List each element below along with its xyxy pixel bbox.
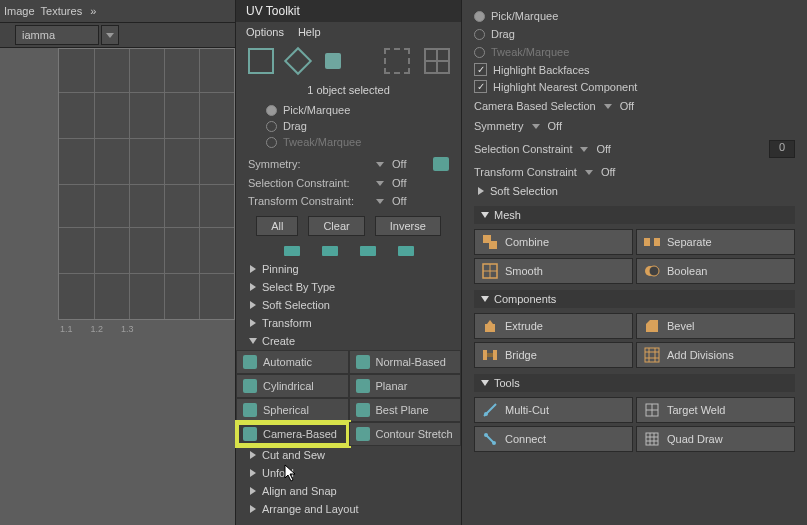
tool-quad-draw[interactable]: Quad Draw xyxy=(636,426,795,452)
tool-bevel[interactable]: Bevel xyxy=(636,313,795,339)
shrink-icon[interactable] xyxy=(322,246,338,256)
r-soft-selection[interactable]: Soft Selection xyxy=(474,182,795,200)
uv-viewport[interactable]: 1.1 1.2 1.3 xyxy=(0,48,235,525)
toolkit-menu: Options Help xyxy=(236,22,461,42)
grow-region-icon[interactable] xyxy=(360,246,376,256)
radio-drag[interactable]: Drag xyxy=(266,118,451,134)
tool-extrude[interactable]: Extrude xyxy=(474,313,633,339)
shell-mode-icon[interactable] xyxy=(424,48,450,74)
create-cylindrical[interactable]: Cylindrical xyxy=(236,374,349,398)
r-transform-constraint-row[interactable]: Transform ConstraintOff xyxy=(474,162,795,180)
r-radio-tweak[interactable]: Tweak/Marquee xyxy=(474,44,795,60)
tree-arrange-and-layout[interactable]: Arrange and Layout xyxy=(236,500,461,518)
create-camera-based[interactable]: Camera-Based xyxy=(236,422,349,446)
tree-unfold[interactable]: Unfold xyxy=(236,464,461,482)
radio-tweak[interactable]: Tweak/Marquee xyxy=(266,134,451,150)
uv-mode-icon[interactable] xyxy=(384,48,410,74)
svg-rect-9 xyxy=(493,350,497,360)
gamma-select[interactable]: iamma xyxy=(15,25,99,45)
select-mode-list: Pick/Marquee Drag Tweak/Marquee xyxy=(236,100,461,154)
uv-ruler: 1.1 1.2 1.3 xyxy=(58,324,235,340)
tool-add-divisions[interactable]: Add Divisions xyxy=(636,342,795,368)
create-best-plane[interactable]: Best Plane xyxy=(349,398,462,422)
r-radio-drag[interactable]: Drag xyxy=(474,26,795,42)
check-highlight-backfaces[interactable]: ✓Highlight Backfaces xyxy=(474,62,795,77)
sel-constraint-number[interactable]: 0 xyxy=(769,140,795,158)
object-mode-icon[interactable] xyxy=(322,50,344,72)
create-normal-based[interactable]: Normal-Based xyxy=(349,350,462,374)
tool-combine[interactable]: Combine xyxy=(474,229,633,255)
vertex-mode-icon[interactable] xyxy=(283,47,311,75)
r-selection-constraint-row[interactable]: Selection ConstraintOff0 xyxy=(474,136,795,160)
create-grid: Automatic Normal-Based Cylindrical Plana… xyxy=(236,350,461,446)
r-symmetry-row[interactable]: SymmetryOff xyxy=(474,116,795,134)
selection-constraint-row[interactable]: Selection Constraint: Off xyxy=(236,174,461,192)
menu-help[interactable]: Help xyxy=(298,26,321,38)
tree-align-and-snap[interactable]: Align and Snap xyxy=(236,482,461,500)
grow-icon[interactable] xyxy=(284,246,300,256)
component-mode-row xyxy=(236,42,461,80)
left-panel: Image Textures » iamma 1.1 1.2 1.3 xyxy=(0,0,235,525)
svg-rect-16 xyxy=(646,433,658,445)
tree-select-by-type[interactable]: Select By Type xyxy=(236,278,461,296)
create-planar[interactable]: Planar xyxy=(349,374,462,398)
tool-boolean[interactable]: Boolean xyxy=(636,258,795,284)
face-mode-icon[interactable] xyxy=(248,48,274,74)
cursor-icon xyxy=(284,464,298,482)
tool-target-weld[interactable]: Target Weld xyxy=(636,397,795,423)
svg-rect-7 xyxy=(485,324,495,332)
create-spherical[interactable]: Spherical xyxy=(236,398,349,422)
clear-button[interactable]: Clear xyxy=(308,216,364,236)
svg-rect-3 xyxy=(654,238,660,246)
svg-rect-8 xyxy=(483,350,487,360)
menu-options[interactable]: Options xyxy=(246,26,284,38)
create-contour-stretch[interactable]: Contour Stretch xyxy=(349,422,462,446)
gamma-dropdown-icon[interactable] xyxy=(101,25,119,45)
tree-soft-selection[interactable]: Soft Selection xyxy=(236,296,461,314)
camera-based-selection-row[interactable]: Camera Based SelectionOff xyxy=(474,96,795,114)
svg-rect-10 xyxy=(487,353,493,357)
create-automatic[interactable]: Automatic xyxy=(236,350,349,374)
modeling-toolkit-panel: Pick/Marquee Drag Tweak/Marquee ✓Highlig… xyxy=(462,0,807,525)
tool-connect[interactable]: Connect xyxy=(474,426,633,452)
section-tools[interactable]: Tools xyxy=(474,374,795,392)
tree-transform[interactable]: Transform xyxy=(236,314,461,332)
menu-overflow-icon[interactable]: » xyxy=(88,5,98,17)
r-radio-pick[interactable]: Pick/Marquee xyxy=(474,8,795,24)
top-menu-strip: Image Textures » xyxy=(0,0,235,23)
tool-smooth[interactable]: Smooth xyxy=(474,258,633,284)
tree-create[interactable]: Create xyxy=(236,332,461,350)
symmetry-row[interactable]: Symmetry: Off xyxy=(236,154,461,174)
shrink-region-icon[interactable] xyxy=(398,246,414,256)
uv-toolkit-panel: UV Toolkit Options Help 1 object selecte… xyxy=(235,0,462,525)
radio-pick[interactable]: Pick/Marquee xyxy=(266,102,451,118)
tool-bridge[interactable]: Bridge xyxy=(474,342,633,368)
inverse-button[interactable]: Inverse xyxy=(375,216,441,236)
tree-pinning[interactable]: Pinning xyxy=(236,260,461,278)
uv-grid xyxy=(58,48,235,320)
gamma-bar: iamma xyxy=(0,23,235,48)
panel-title: UV Toolkit xyxy=(236,0,461,22)
grow-shrink-icons xyxy=(236,242,461,260)
tree-cut-and-sew[interactable]: Cut and Sew xyxy=(236,446,461,464)
menu-image[interactable]: Image xyxy=(4,5,35,17)
svg-rect-2 xyxy=(644,238,650,246)
tool-multi-cut[interactable]: Multi-Cut xyxy=(474,397,633,423)
section-components[interactable]: Components xyxy=(474,290,795,308)
menu-textures[interactable]: Textures xyxy=(41,5,83,17)
section-mesh[interactable]: Mesh xyxy=(474,206,795,224)
svg-rect-1 xyxy=(489,241,497,249)
svg-rect-11 xyxy=(645,348,659,362)
tool-separate[interactable]: Separate xyxy=(636,229,795,255)
selection-info: 1 object selected xyxy=(236,80,461,100)
svg-point-6 xyxy=(649,266,659,276)
transform-constraint-row[interactable]: Transform Constraint: Off xyxy=(236,192,461,210)
select-buttons: All Clear Inverse xyxy=(236,210,461,242)
svg-point-12 xyxy=(484,412,488,416)
symmetry-flag-icon[interactable] xyxy=(433,157,449,171)
all-button[interactable]: All xyxy=(256,216,298,236)
check-highlight-nearest[interactable]: ✓Highlight Nearest Component xyxy=(474,79,795,94)
